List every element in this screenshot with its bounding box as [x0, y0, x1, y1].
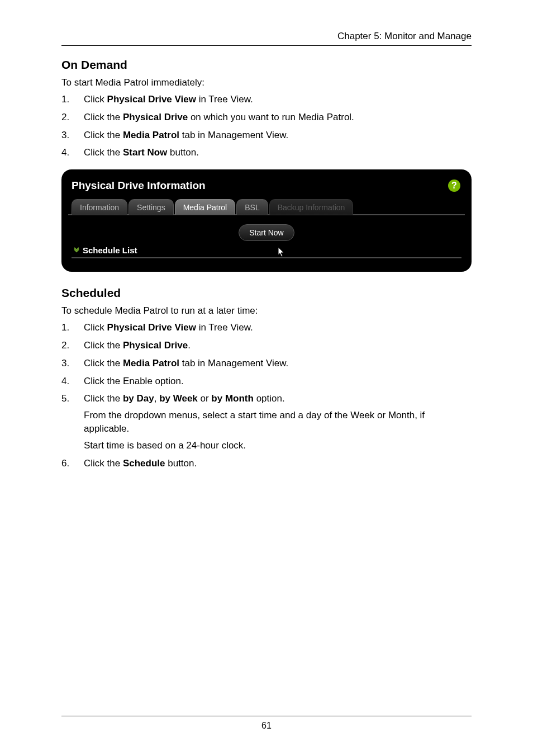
- step-text: Click Physical Drive View in Tree View.: [84, 93, 472, 106]
- step-item: 1.Click Physical Drive View in Tree View…: [61, 93, 472, 106]
- step-item: 5.Click the by Day, by Week or by Month …: [61, 392, 472, 452]
- tabs-row: InformationSettingsMedia PatrolBSLBackup…: [68, 199, 465, 215]
- step-subtext: From the dropdown menus, select a start …: [84, 409, 472, 436]
- tab-settings[interactable]: Settings: [129, 199, 174, 215]
- scheduled-steps: 1.Click Physical Drive View in Tree View…: [61, 321, 472, 470]
- page-footer: 61: [61, 716, 472, 731]
- step-text: Click the by Day, by Week or by Month op…: [84, 392, 472, 452]
- step-number: 4.: [61, 375, 84, 388]
- on-demand-intro: To start Media Patrol immediately:: [61, 77, 472, 88]
- step-number: 3.: [61, 129, 84, 142]
- tab-information[interactable]: Information: [72, 199, 127, 215]
- panel-title: Physical Drive Information: [72, 179, 206, 192]
- step-text: Click the Media Patrol tab in Management…: [84, 357, 472, 370]
- page-number: 61: [261, 721, 272, 730]
- step-number: 1.: [61, 93, 84, 106]
- step-item: 4.Click the Start Now button.: [61, 146, 472, 159]
- step-text: Click Physical Drive View in Tree View.: [84, 321, 472, 334]
- step-item: 4.Click the Enable option.: [61, 375, 472, 388]
- step-text: Click the Media Patrol tab in Management…: [84, 129, 472, 142]
- tab-bsl[interactable]: BSL: [236, 199, 268, 215]
- step-text: Click the Physical Drive on which you wa…: [84, 111, 472, 124]
- chevron-down-icon: [73, 247, 80, 254]
- physical-drive-panel: Physical Drive Information ? Information…: [61, 169, 472, 272]
- start-now-button[interactable]: Start Now: [239, 224, 294, 241]
- step-item: 2.Click the Physical Drive on which you …: [61, 111, 472, 124]
- on-demand-steps: 1.Click Physical Drive View in Tree View…: [61, 93, 472, 159]
- step-number: 2.: [61, 339, 84, 352]
- step-text: Click the Physical Drive.: [84, 339, 472, 352]
- step-number: 3.: [61, 357, 84, 370]
- step-text: Click the Schedule button.: [84, 457, 472, 470]
- step-text: Click the Start Now button.: [84, 146, 472, 159]
- step-number: 5.: [61, 392, 84, 452]
- schedule-list-header[interactable]: Schedule List: [72, 245, 461, 258]
- step-subtext: Start time is based on a 24-hour clock.: [84, 439, 472, 452]
- help-icon[interactable]: ?: [448, 179, 460, 192]
- scheduled-intro: To schedule Media Patrol to run at a lat…: [61, 305, 472, 316]
- schedule-list-label: Schedule List: [83, 245, 137, 255]
- step-number: 2.: [61, 111, 84, 124]
- step-number: 4.: [61, 146, 84, 159]
- step-item: 2.Click the Physical Drive.: [61, 339, 472, 352]
- tab-backup-information: Backup Information: [269, 199, 354, 215]
- step-number: 6.: [61, 457, 84, 470]
- on-demand-heading: On Demand: [61, 58, 472, 72]
- step-number: 1.: [61, 321, 84, 334]
- start-now-label: Start Now: [249, 228, 283, 237]
- step-text: Click the Enable option.: [84, 375, 472, 388]
- scheduled-heading: Scheduled: [61, 286, 472, 300]
- tab-media-patrol[interactable]: Media Patrol: [175, 199, 236, 215]
- chapter-header: Chapter 5: Monitor and Manage: [61, 31, 472, 46]
- step-item: 1.Click Physical Drive View in Tree View…: [61, 321, 472, 334]
- step-item: 3.Click the Media Patrol tab in Manageme…: [61, 129, 472, 142]
- step-item: 3.Click the Media Patrol tab in Manageme…: [61, 357, 472, 370]
- step-item: 6.Click the Schedule button.: [61, 457, 472, 470]
